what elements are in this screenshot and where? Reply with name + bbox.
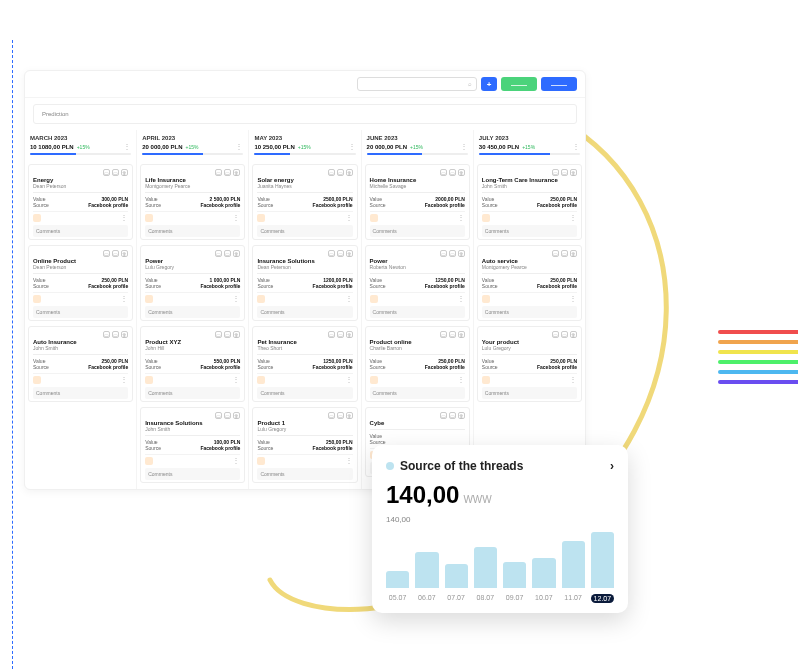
card-menu-icon[interactable]: ⋮ (232, 297, 240, 301)
card-menu-icon[interactable]: ⋮ (232, 378, 240, 382)
card-delete-icon[interactable]: 🗑 (458, 169, 465, 176)
card-action-icon[interactable]: ▭ (224, 169, 231, 176)
card-delete-icon[interactable]: 🗑 (121, 169, 128, 176)
card-action-icon[interactable]: ▭ (112, 169, 119, 176)
card-menu-icon[interactable]: ⋮ (345, 378, 353, 382)
card-action-icon[interactable]: ▭ (328, 169, 335, 176)
card-comments[interactable]: Comments (145, 225, 240, 237)
column-menu-icon[interactable]: ⋮ (348, 145, 356, 149)
card-delete-icon[interactable]: 🗑 (346, 169, 353, 176)
card-action-icon[interactable]: ▭ (337, 169, 344, 176)
deal-card[interactable]: ▭▭🗑Auto InsuranceJohn SmithValue250,00 P… (28, 326, 133, 402)
card-action-icon[interactable]: ▭ (103, 331, 110, 338)
card-delete-icon[interactable]: 🗑 (570, 250, 577, 257)
card-action-icon[interactable]: ▭ (337, 331, 344, 338)
deal-card[interactable]: ▭▭🗑Product XYZJohn HillValue550,00 PLNSo… (140, 326, 245, 402)
chart-bar[interactable] (474, 547, 497, 588)
card-action-icon[interactable]: ▭ (561, 169, 568, 176)
card-action-icon[interactable]: ▭ (561, 331, 568, 338)
card-action-icon[interactable]: ▭ (552, 331, 559, 338)
action-button-2[interactable]: —— (541, 77, 577, 91)
add-button[interactable]: + (481, 77, 497, 91)
deal-card[interactable]: ▭▭🗑EnergyDean PetersonValue300,00 PLNSou… (28, 164, 133, 240)
deal-card[interactable]: ▭▭🗑Product onlineCharlie BarronValue250,… (365, 326, 470, 402)
deal-card[interactable]: ▭▭🗑Pet InsuranceTheo ShortValue1250,00 P… (252, 326, 357, 402)
card-comments[interactable]: Comments (482, 225, 577, 237)
deal-card[interactable]: ▭▭🗑Your productLulu GregoryValue250,00 P… (477, 326, 582, 402)
deal-card[interactable]: ▭▭🗑Life InsuranceMontgomery PearceValue2… (140, 164, 245, 240)
card-menu-icon[interactable]: ⋮ (345, 216, 353, 220)
card-delete-icon[interactable]: 🗑 (458, 331, 465, 338)
card-comments[interactable]: Comments (33, 225, 128, 237)
card-comments[interactable]: Comments (33, 306, 128, 318)
deal-card[interactable]: ▭▭🗑Online ProductDean PetersonValue250,0… (28, 245, 133, 321)
card-menu-icon[interactable]: ⋮ (345, 297, 353, 301)
card-action-icon[interactable]: ▭ (440, 331, 447, 338)
card-action-icon[interactable]: ▭ (561, 250, 568, 257)
chart-bar[interactable] (532, 558, 555, 588)
card-menu-icon[interactable]: ⋮ (120, 378, 128, 382)
card-action-icon[interactable]: ▭ (449, 250, 456, 257)
card-action-icon[interactable]: ▭ (337, 412, 344, 419)
deal-card[interactable]: ▭▭🗑Long-Term Care InsuranceJohn SmithVal… (477, 164, 582, 240)
card-action-icon[interactable]: ▭ (449, 412, 456, 419)
card-delete-icon[interactable]: 🗑 (233, 250, 240, 257)
deal-card[interactable]: ▭▭🗑Insurance SolutionsJohn SmithValue100… (140, 407, 245, 483)
card-menu-icon[interactable]: ⋮ (120, 216, 128, 220)
action-button-1[interactable]: —— (501, 77, 537, 91)
card-action-icon[interactable]: ▭ (440, 412, 447, 419)
card-comments[interactable]: Comments (370, 225, 465, 237)
card-action-icon[interactable]: ▭ (215, 250, 222, 257)
card-action-icon[interactable]: ▭ (328, 331, 335, 338)
card-action-icon[interactable]: ▭ (112, 331, 119, 338)
card-delete-icon[interactable]: 🗑 (458, 250, 465, 257)
card-menu-icon[interactable]: ⋮ (457, 378, 465, 382)
card-menu-icon[interactable]: ⋮ (232, 216, 240, 220)
card-comments[interactable]: Comments (145, 306, 240, 318)
chart-bar[interactable] (415, 552, 438, 588)
deal-card[interactable]: ▭▭🗑Home InsuranceMichelle SavageValue200… (365, 164, 470, 240)
chart-bar[interactable] (503, 562, 526, 588)
card-comments[interactable]: Comments (257, 225, 352, 237)
card-delete-icon[interactable]: 🗑 (346, 331, 353, 338)
card-comments[interactable]: Comments (482, 387, 577, 399)
deal-card[interactable]: ▭▭🗑PowerRoberta NewtonValue1250,00 PLNSo… (365, 245, 470, 321)
chevron-right-icon[interactable]: › (610, 459, 614, 473)
card-action-icon[interactable]: ▭ (449, 169, 456, 176)
card-delete-icon[interactable]: 🗑 (233, 412, 240, 419)
card-delete-icon[interactable]: 🗑 (458, 412, 465, 419)
card-comments[interactable]: Comments (370, 387, 465, 399)
card-action-icon[interactable]: ▭ (224, 412, 231, 419)
column-menu-icon[interactable]: ⋮ (572, 145, 580, 149)
card-delete-icon[interactable]: 🗑 (570, 331, 577, 338)
card-action-icon[interactable]: ▭ (328, 250, 335, 257)
card-action-icon[interactable]: ▭ (449, 331, 456, 338)
card-delete-icon[interactable]: 🗑 (233, 331, 240, 338)
card-action-icon[interactable]: ▭ (440, 250, 447, 257)
deal-card[interactable]: ▭▭🗑Product 1Lulu GregoryValue250,00 PLNS… (252, 407, 357, 483)
column-menu-icon[interactable]: ⋮ (123, 145, 131, 149)
card-action-icon[interactable]: ▭ (552, 250, 559, 257)
chart-bar[interactable] (562, 541, 585, 588)
card-comments[interactable]: Comments (482, 306, 577, 318)
card-comments[interactable]: Comments (145, 387, 240, 399)
card-delete-icon[interactable]: 🗑 (233, 169, 240, 176)
card-action-icon[interactable]: ▭ (440, 169, 447, 176)
card-comments[interactable]: Comments (370, 306, 465, 318)
card-delete-icon[interactable]: 🗑 (121, 331, 128, 338)
card-action-icon[interactable]: ▭ (215, 331, 222, 338)
card-comments[interactable]: Comments (257, 468, 352, 480)
card-comments[interactable]: Comments (145, 468, 240, 480)
card-action-icon[interactable]: ▭ (224, 331, 231, 338)
card-delete-icon[interactable]: 🗑 (346, 412, 353, 419)
card-action-icon[interactable]: ▭ (224, 250, 231, 257)
card-action-icon[interactable]: ▭ (215, 169, 222, 176)
card-menu-icon[interactable]: ⋮ (569, 297, 577, 301)
card-delete-icon[interactable]: 🗑 (346, 250, 353, 257)
card-action-icon[interactable]: ▭ (328, 412, 335, 419)
chart-bar[interactable] (591, 532, 614, 588)
prediction-bar[interactable]: Prediction (33, 104, 577, 124)
card-action-icon[interactable]: ▭ (215, 412, 222, 419)
card-action-icon[interactable]: ▭ (112, 250, 119, 257)
card-comments[interactable]: Comments (257, 387, 352, 399)
